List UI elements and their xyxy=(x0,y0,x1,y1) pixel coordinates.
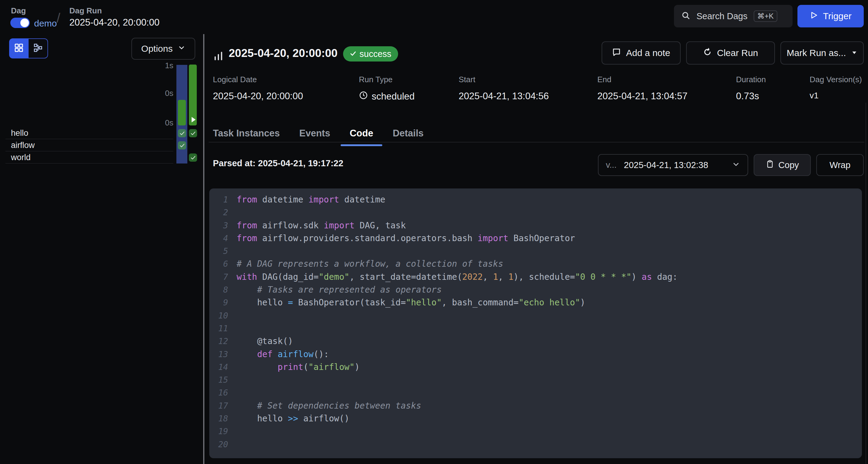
options-label: Options xyxy=(141,44,173,54)
meta-duration: Duration 0.73s xyxy=(736,75,766,84)
mark-run-as-button[interactable]: Mark Run as... xyxy=(780,41,864,64)
tabs-divider xyxy=(209,142,864,143)
task-instance-world[interactable] xyxy=(189,153,197,162)
wrap-button[interactable]: Wrap xyxy=(816,154,864,176)
clipboard-icon xyxy=(766,160,774,171)
chevron-down-icon xyxy=(178,44,186,54)
options-dropdown[interactable]: Options xyxy=(131,38,195,60)
graph-icon xyxy=(33,43,43,54)
code-line: 3from airflow.sdk import DAG, task xyxy=(209,219,862,232)
code-line: 8 # Tasks are represented as operators xyxy=(209,284,862,296)
clock-icon xyxy=(359,91,368,102)
task-row-airflow[interactable]: airflow xyxy=(11,141,35,150)
copy-label: Copy xyxy=(778,160,799,170)
status-label: success xyxy=(360,49,392,59)
meta-start: Start 2025-04-21, 13:04:56 xyxy=(459,75,475,84)
axis-tick: 1s xyxy=(155,61,173,70)
breadcrumb-dag-label: Dag xyxy=(11,6,26,16)
view-toggle xyxy=(9,38,48,58)
tab-events[interactable]: Events xyxy=(299,128,330,141)
meta-end: End 2025-04-21, 13:04:57 xyxy=(597,75,611,84)
parsed-at-text: Parsed at: 2025-04-21, 19:17:22 xyxy=(213,158,343,168)
copy-button[interactable]: Copy xyxy=(754,154,811,176)
clear-run-button[interactable]: Clear Run xyxy=(686,41,775,64)
trigger-button[interactable]: Trigger xyxy=(798,5,864,27)
check-icon xyxy=(350,49,356,59)
task-instance-hello[interactable] xyxy=(178,129,186,137)
breadcrumb-separator: / xyxy=(57,10,60,26)
wrap-label: Wrap xyxy=(830,160,851,170)
code-line: 15 xyxy=(209,374,862,386)
app-window: Dag demo / Dag Run 2025-04-20, 20:00:00 … xyxy=(0,0,868,464)
code-line: 20 xyxy=(209,438,862,451)
row-divider xyxy=(5,163,173,164)
code-line: 13 def airflow(): xyxy=(209,348,862,361)
clear-run-label: Clear Run xyxy=(717,48,758,58)
mark-run-as-label: Mark Run as... xyxy=(786,48,846,58)
row-divider xyxy=(5,139,173,139)
task-instance-hello[interactable] xyxy=(189,129,197,137)
bar-chart-icon xyxy=(213,51,224,63)
code-line: 1from datetime import datetime xyxy=(209,193,862,206)
tab-details[interactable]: Details xyxy=(393,128,424,141)
run-duration-bar[interactable] xyxy=(178,100,186,125)
tab-task-instances[interactable]: Task Instances xyxy=(213,128,280,141)
scrollbar-track[interactable] xyxy=(866,103,866,464)
version-value: 2025-04-21, 13:02:38 xyxy=(624,160,708,170)
code-line: 9 hello = BashOperator(task_id="hello", … xyxy=(209,296,862,309)
code-line: 11 xyxy=(209,322,862,335)
code-line: 19 xyxy=(209,425,862,438)
search-dags-button[interactable]: Search Dags ⌘+K xyxy=(674,5,793,27)
code-line: 2 xyxy=(209,206,862,219)
code-line: 16 xyxy=(209,386,862,399)
breadcrumb-dag-name[interactable]: demo xyxy=(34,18,57,29)
meta-logical-date: Logical Date 2025-04-20, 20:00:00 xyxy=(213,75,257,84)
search-icon xyxy=(681,11,690,21)
code-line: 10 xyxy=(209,309,862,322)
search-label: Search Dags xyxy=(696,11,748,21)
play-icon xyxy=(810,11,818,22)
add-note-button[interactable]: Add a note xyxy=(601,41,681,64)
code-line: 6# A DAG represents a workflow, a collec… xyxy=(209,258,862,270)
code-line: 4from airflow.providers.standard.operato… xyxy=(209,232,862,245)
meta-dag-versions: Dag Version(s) v1 xyxy=(810,75,862,84)
trigger-label: Trigger xyxy=(823,11,851,21)
task-instance-airflow[interactable] xyxy=(178,141,186,149)
graph-view-button[interactable] xyxy=(29,38,48,58)
axis-tick: 0s xyxy=(155,118,173,127)
run-duration-bar[interactable] xyxy=(189,64,197,125)
breadcrumb-dagrun-value: 2025-04-20, 20:00:00 xyxy=(69,17,159,28)
toggle-knob xyxy=(20,19,29,27)
task-row-hello[interactable]: hello xyxy=(11,128,28,138)
axis-tick: 0s xyxy=(155,89,173,98)
row-divider xyxy=(5,151,173,151)
task-row-world[interactable]: world xyxy=(11,153,31,162)
code-line: 5 xyxy=(209,245,862,258)
run-title: 2025-04-20, 20:00:00 xyxy=(229,47,338,60)
manual-run-icon xyxy=(192,117,195,122)
caret-down-icon xyxy=(851,48,858,58)
code-line: 14 print("airflow") xyxy=(209,361,862,374)
dag-pause-toggle[interactable] xyxy=(10,18,30,28)
grid-icon xyxy=(14,43,24,54)
meta-run-type: Run Type scheduled xyxy=(359,75,393,84)
code-line: 18 hello >> airflow() xyxy=(209,412,862,425)
note-icon xyxy=(612,48,621,59)
detail-tabs: Task Instances Events Code Details xyxy=(213,128,424,141)
tab-code[interactable]: Code xyxy=(350,128,373,141)
panel-resize-handle[interactable] xyxy=(203,34,205,464)
code-line: 12 @task() xyxy=(209,335,862,348)
code-lines: 1from datetime import datetime23from air… xyxy=(209,193,862,451)
dag-version-select[interactable]: v... 2025-04-21, 13:02:38 xyxy=(598,154,748,176)
grid-view-button[interactable] xyxy=(9,38,29,58)
version-prefix: v... xyxy=(606,160,617,170)
status-badge: success xyxy=(343,46,398,61)
code-line: 17 # Set dependencies between tasks xyxy=(209,400,862,412)
breadcrumb-dagrun-label: Dag Run xyxy=(69,6,102,16)
code-line: 7with DAG(dag_id="demo", start_date=date… xyxy=(209,271,862,284)
chevron-down-icon xyxy=(732,160,740,170)
add-note-label: Add a note xyxy=(626,48,670,58)
code-viewer: 1from datetime import datetime23from air… xyxy=(209,188,862,458)
search-shortcut: ⌘+K xyxy=(754,10,777,22)
refresh-icon xyxy=(703,48,712,59)
